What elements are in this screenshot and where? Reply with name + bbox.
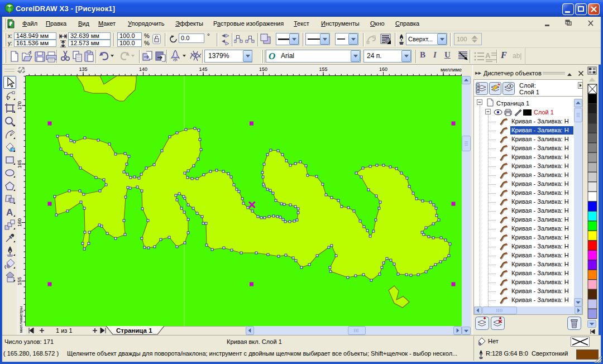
- svg-text:145: 145: [199, 66, 207, 72]
- svg-text:165: 165: [17, 160, 22, 168]
- svg-text:160: 160: [379, 66, 387, 72]
- svg-text:135: 135: [79, 66, 87, 72]
- svg-text:150: 150: [259, 66, 267, 72]
- svg-text:Страница 1: Страница 1: [116, 327, 152, 334]
- svg-text:1 из 1: 1 из 1: [56, 327, 73, 334]
- svg-text:140: 140: [139, 66, 147, 72]
- svg-text:A: A: [6, 207, 13, 218]
- svg-text:A: A: [485, 51, 491, 60]
- svg-text:миллиметры: миллиметры: [441, 67, 462, 73]
- svg-text:155: 155: [17, 277, 22, 285]
- svg-text:155: 155: [319, 66, 327, 72]
- svg-text:160: 160: [17, 218, 22, 227]
- svg-text:170: 170: [17, 101, 22, 109]
